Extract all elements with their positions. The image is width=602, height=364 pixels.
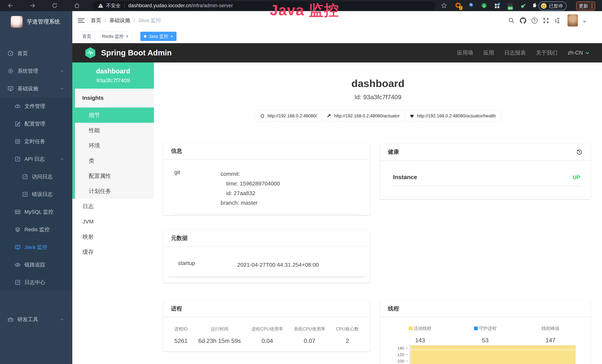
git-branch-line: branch: master [221, 198, 280, 208]
sba-item-metrics[interactable]: 性能 [75, 123, 154, 138]
search-icon[interactable] [508, 17, 515, 24]
extension-grid-icon[interactable] [494, 2, 501, 9]
sidebar-item-scheduled-jobs[interactable]: 定时任务 [0, 133, 72, 150]
info-row-value: commit: time: 1596289704000 id: 27aa832 … [221, 169, 280, 208]
instance-header[interactable]: dashboard 93a3fc7f7409 [72, 63, 154, 89]
link-home-icon [260, 114, 265, 118]
avatar[interactable] [568, 14, 578, 27]
sidebar-item-error-log[interactable]: 错误日志 [0, 185, 72, 203]
card-title: 元数据 [171, 234, 188, 242]
sidebar-item-config-management[interactable]: 配置管理 [0, 115, 72, 133]
extension-y-icon[interactable]: y [481, 2, 488, 9]
sba-item-jvm[interactable]: JVM [72, 214, 154, 229]
sba-nav-wallboard[interactable]: 应用墙 [457, 49, 473, 57]
process-stats: 进程ID 5261 运行时间 6d 23h 15m 59s 进程CPU使用率 0… [163, 317, 370, 344]
sidebar-item-label: 定时任务 [24, 138, 45, 145]
app-logo-row[interactable]: 芋道管理系统 [0, 11, 72, 32]
sba-nav-applications[interactable]: 应用 [483, 49, 494, 57]
paused-extension-pill[interactable]: 已暂停 [538, 1, 567, 11]
tab-java-monitor[interactable]: Java 监控 [140, 32, 176, 41]
sidebar-item-access-log[interactable]: 访问日志 [0, 168, 72, 185]
breadcrumb-infrastructure[interactable]: 基础设施 [109, 17, 130, 24]
sba-item-scheduled-tasks[interactable]: 计划任务 [75, 183, 154, 199]
sidebar-item-system[interactable]: 系统管理 [0, 62, 72, 80]
close-icon[interactable] [126, 34, 129, 39]
chevron-down-icon [60, 317, 64, 322]
tab-label: Java 监控 [149, 33, 168, 39]
sba-logo-icon[interactable] [84, 47, 96, 59]
sidebar-item-label: Redis 监控 [24, 226, 50, 233]
health-row-label: Instance [393, 174, 417, 181]
y-axis-tick: 140 [384, 346, 404, 351]
chevron-up-icon [60, 86, 64, 91]
extension-pin-icon[interactable] [468, 2, 475, 9]
help-icon[interactable] [531, 17, 538, 24]
threads-card: 线程 活动线程 143 守护进程 53 线程峰值 147 140 120 100 [380, 300, 591, 364]
health-instance-row[interactable]: Instance UP [380, 161, 591, 181]
browser-update-button[interactable]: 更新 [576, 1, 595, 11]
health-url-button[interactable]: http://192.168.0.2:48080/actuator/health [405, 110, 501, 121]
tab-home[interactable]: 首页 [79, 32, 95, 41]
sba-item-config-props[interactable]: 配置属性 [75, 168, 154, 183]
sba-nav-journal[interactable]: 日志报表 [504, 49, 526, 57]
extension-puzzle-icon[interactable] [531, 2, 538, 9]
back-icon[interactable] [7, 2, 14, 9]
history-icon[interactable] [576, 149, 583, 155]
sidebar-item-java-monitor[interactable]: Java 监控 [0, 238, 72, 256]
sba-item-logs[interactable]: 日志 [72, 199, 154, 214]
home-icon[interactable] [74, 2, 80, 9]
log-icon [14, 279, 21, 286]
fullscreen-icon[interactable] [543, 17, 549, 24]
url-path[interactable]: /infra/admin-server [191, 3, 233, 9]
kebab-menu-icon[interactable] [591, 5, 592, 7]
service-url-button[interactable]: http://192.168.0.2:48080/ [255, 110, 322, 121]
extension-leaf-icon[interactable] [519, 2, 527, 9]
menu-icon[interactable] [78, 17, 85, 23]
sidebar-item-devtools[interactable]: 研发工具 [0, 310, 72, 328]
breadcrumb-home[interactable]: 首页 [91, 17, 101, 24]
metadata-row-value: 2021-04-27T00:44:31.254+08:00 [237, 260, 319, 270]
instance-name: dashboard [72, 63, 154, 75]
extension-key-icon[interactable]: 1 [455, 2, 462, 9]
sidebar-item-trace[interactable]: 链路追踪 [0, 256, 72, 274]
cloud-upload-icon [14, 103, 21, 109]
sidebar-item-infrastructure[interactable]: 基础设施 [0, 80, 72, 97]
close-icon[interactable] [170, 34, 173, 39]
devtools-icon [7, 316, 14, 323]
threads-chart[interactable]: 140 120 100 [380, 344, 591, 364]
tab-redis-monitor[interactable]: Redis 监控 [99, 32, 132, 41]
sidebar-item-redis-monitor[interactable]: Redis 监控 [0, 221, 72, 238]
sidebar-item-mysql-monitor[interactable]: MySQL 监控 [0, 203, 72, 221]
security-label[interactable]: 不安全 [106, 2, 120, 9]
actuator-url-button[interactable]: http://192.168.0.2:48080/actuator [322, 110, 405, 121]
github-icon[interactable] [520, 17, 526, 24]
sba-brand[interactable]: Spring Boot Admin [101, 48, 172, 57]
sidebar-item-home[interactable]: 首页 [0, 44, 72, 62]
breadcrumb-separator [105, 17, 106, 23]
bookmark-star-icon[interactable] [441, 2, 447, 9]
log-icon [22, 173, 28, 180]
sba-item-details[interactable]: 细节 [72, 107, 154, 123]
url-host[interactable]: dashboard.yudao.iocoder.cn [128, 3, 191, 9]
forward-icon[interactable] [29, 2, 36, 9]
stat-daemon-threads: 守护进程 53 [453, 325, 518, 344]
extension-on-icon[interactable]: on [506, 2, 514, 9]
address-bar[interactable]: 不安全 dashboard.yudao.iocoder.cn /infra/ad… [93, 1, 436, 10]
sidebar-item-log-center[interactable]: 日志中心 [0, 274, 72, 291]
instance-id: 93a3fc7f7409 [72, 77, 154, 84]
sba-item-mappings[interactable]: 映射 [72, 229, 154, 244]
reload-icon[interactable] [52, 2, 58, 9]
sba-locale-select[interactable]: zh-CN [568, 50, 590, 56]
sidebar-item-api-log[interactable]: API 日志 [0, 150, 72, 168]
sba-item-classes[interactable]: 类 [75, 153, 154, 168]
sidebar-item-file-management[interactable]: 文件管理 [0, 97, 72, 115]
log-icon [22, 191, 28, 197]
sba-nav-about[interactable]: 关于我们 [536, 49, 558, 57]
tab-label: 首页 [82, 33, 91, 39]
sba-item-environment[interactable]: 环境 [75, 138, 154, 153]
font-size-icon[interactable] [554, 17, 561, 24]
process-card-header: 进程 [163, 300, 370, 317]
sba-item-caches[interactable]: 缓存 [72, 244, 154, 260]
caret-down-icon[interactable] [583, 21, 586, 23]
sba-sidebar: dashboard 93a3fc7f7409 Insights 细节 性能 环境… [72, 63, 154, 364]
